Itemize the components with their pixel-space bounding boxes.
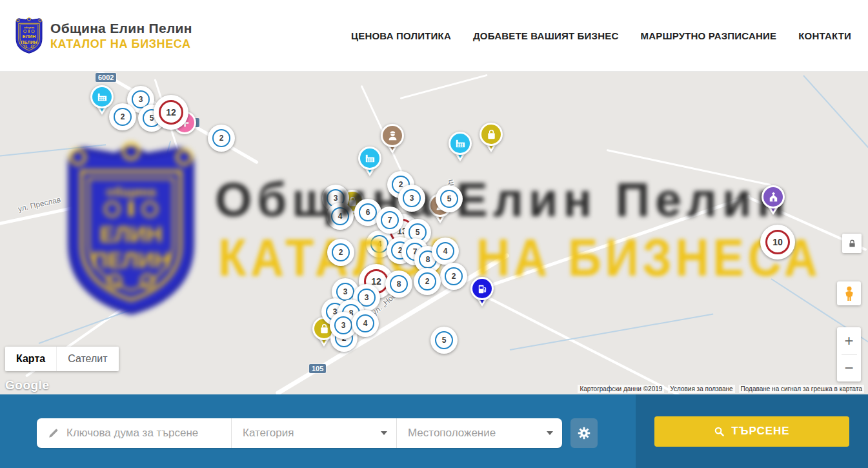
- keyword-field[interactable]: [37, 418, 231, 448]
- cluster-count: 3: [341, 321, 346, 330]
- street-view-pegman[interactable]: [837, 281, 861, 305]
- report-map-error-link[interactable]: Подаване на сигнал за грешка в картата: [739, 385, 864, 393]
- factory-icon: [454, 137, 467, 150]
- category-dropdown[interactable]: Категория: [231, 418, 396, 448]
- site-title: Община Елин Пелин: [50, 21, 192, 36]
- cluster-count: 7: [388, 216, 392, 225]
- search-form: Категория Местоположение: [37, 418, 562, 448]
- search-icon: [714, 426, 725, 437]
- cluster-count: 2: [339, 248, 343, 257]
- cluster-count: 4: [443, 247, 448, 256]
- category-pin-church[interactable]: [762, 185, 785, 218]
- cluster-count: 5: [416, 228, 420, 237]
- cluster-count: 5: [442, 336, 447, 345]
- cluster-count: 4: [363, 319, 368, 328]
- crest-text-name2: ПЕЛИН: [21, 39, 37, 45]
- site-subtitle: КАТАЛОГ НА БИЗНЕСА: [50, 37, 192, 51]
- cluster-count: 3: [139, 95, 143, 104]
- cluster-count: 6: [366, 208, 370, 217]
- pin-circle: [479, 123, 503, 146]
- google-logo[interactable]: Google: [5, 378, 49, 392]
- gear-icon: [577, 426, 591, 440]
- location-dropdown-value: Местоположение: [408, 427, 496, 440]
- crest-text-name1: ЕЛИН: [23, 34, 35, 39]
- cluster-marker[interactable]: 5: [436, 185, 463, 212]
- pegman-icon: [841, 285, 858, 302]
- map-markers: 32512223567522784212823338234510: [0, 72, 868, 394]
- zoom-control: + −: [837, 327, 861, 382]
- cluster-count: 3: [410, 194, 414, 203]
- category-pin-bag[interactable]: [479, 123, 503, 155]
- map-lock-button[interactable]: [842, 234, 862, 253]
- cluster-marker[interactable]: 2: [414, 268, 441, 295]
- site-logo[interactable]: община ЕЛИН ПЕЛИН Община Елин Пелин КАТА…: [14, 17, 192, 54]
- cluster-count: 2: [121, 112, 125, 121]
- cluster-marker[interactable]: 3: [398, 185, 425, 212]
- cluster-marker[interactable]: 2: [109, 103, 136, 130]
- map-attribution: Картографски данни ©2019 Условия за полз…: [578, 385, 864, 393]
- map-type-map-button[interactable]: Карта: [5, 347, 56, 371]
- cluster-count: 3: [365, 293, 369, 302]
- bag-icon: [318, 323, 330, 335]
- zoom-in-button[interactable]: +: [837, 327, 861, 354]
- cluster-marker[interactable]: 2: [208, 125, 235, 152]
- cluster-marker[interactable]: 2: [327, 239, 354, 266]
- cluster-marker[interactable]: 7: [376, 207, 403, 234]
- keyword-search-input[interactable]: [66, 427, 228, 440]
- pin-circle: [90, 85, 114, 108]
- factory-icon: [96, 91, 108, 103]
- cluster-count: 5: [447, 194, 452, 203]
- cluster-marker[interactable]: 4: [352, 310, 379, 337]
- category-pin-factory[interactable]: [358, 147, 381, 179]
- category-pin-fuel[interactable]: [470, 277, 494, 309]
- cluster-marker[interactable]: 4: [432, 238, 459, 265]
- chevron-down-icon: [381, 431, 387, 435]
- search-button-label: ТЪРСЕНЕ: [731, 425, 789, 438]
- terms-of-use-link[interactable]: Условия за ползване: [668, 385, 734, 393]
- pin-circle: [762, 185, 785, 209]
- zoom-out-button[interactable]: −: [837, 354, 861, 382]
- nav-item-pricing[interactable]: ЦЕНОВА ПОЛИТИКА: [351, 30, 451, 41]
- cluster-marker[interactable]: 2: [440, 263, 467, 290]
- nav-item-contacts[interactable]: КОНТАКТИ: [798, 30, 851, 41]
- pin-circle: [449, 132, 472, 155]
- cluster-count: 12: [166, 107, 176, 117]
- location-dropdown[interactable]: Местоположение: [396, 418, 562, 448]
- lock-icon: [847, 239, 857, 249]
- cluster-marker[interactable]: 8: [385, 270, 412, 298]
- pin-circle: [470, 277, 494, 300]
- cluster-count: 8: [397, 280, 401, 289]
- municipality-crest-icon: община ЕЛИН ПЕЛИН: [14, 17, 44, 54]
- advanced-settings-button[interactable]: [570, 418, 598, 448]
- search-button[interactable]: ТЪРСЕНЕ: [654, 416, 849, 447]
- nav-item-add-business[interactable]: ДОБАВЕТЕ ВАШИЯТ БИЗНЕС: [473, 30, 618, 41]
- pin-circle: [381, 124, 404, 147]
- cluster-marker[interactable]: 12: [154, 95, 188, 130]
- nav-item-transport-schedule[interactable]: МАРШРУТНО РАЗПИСАНИЕ: [640, 30, 776, 41]
- category-dropdown-value: Категория: [243, 427, 294, 440]
- worker-icon: [387, 130, 399, 142]
- cluster-count: 10: [772, 237, 783, 247]
- fuel-icon: [476, 283, 489, 295]
- map-type-control: Карта Сателит: [5, 347, 119, 371]
- header: община ЕЛИН ПЕЛИН Община Елин Пелин КАТА…: [0, 0, 868, 72]
- map-type-satellite-button[interactable]: Сателит: [56, 347, 118, 371]
- search-bar: Категория Местоположение: [0, 394, 868, 468]
- cluster-count: 2: [219, 134, 224, 143]
- cluster-count: 3: [343, 287, 348, 296]
- search-bar-right-panel: ТЪРСЕНЕ: [636, 394, 868, 468]
- crest-text-top: община: [24, 26, 35, 29]
- cluster-count: 2: [425, 277, 430, 286]
- cluster-marker[interactable]: 5: [430, 327, 458, 354]
- cluster-count: 2: [452, 272, 456, 281]
- pencil-icon: [48, 427, 59, 439]
- attribution-copyright: Картографски данни ©2019: [578, 385, 664, 393]
- cluster-count: 8: [426, 255, 430, 264]
- google-map[interactable]: 6002105ул. Преславбул. „Новоселции“34134…: [0, 72, 868, 394]
- category-pin-worker[interactable]: [381, 124, 404, 156]
- factory-icon: [364, 152, 376, 165]
- category-pin-factory[interactable]: [449, 132, 472, 164]
- bag-icon: [485, 128, 498, 141]
- pin-circle: [358, 147, 381, 170]
- cluster-marker[interactable]: 10: [760, 225, 795, 259]
